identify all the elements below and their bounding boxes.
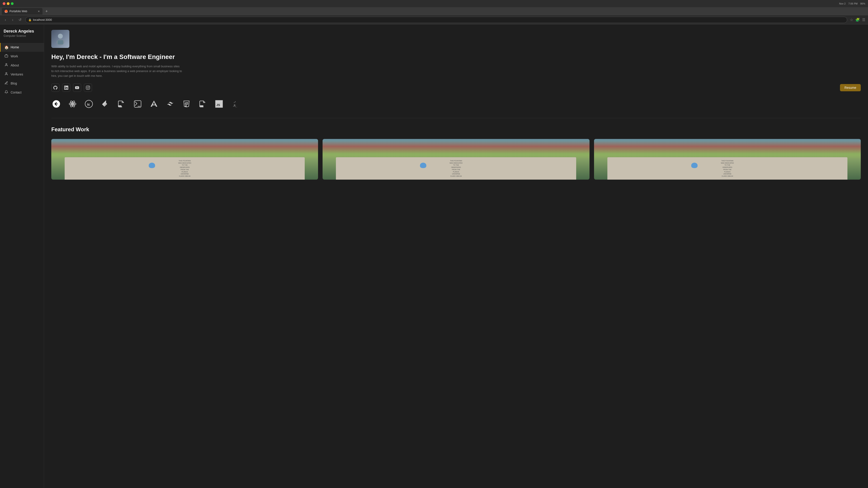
address-bar: ‹ › ↺ 🔒 localhost:3000 ☆ 🧩 ☰ [0,15,868,24]
time-display: 7:06 PM [848,2,858,5]
app-container: Dereck Angeles Computer Science 🏠 Home W… [0,24,868,488]
svg-rect-5 [58,40,63,44]
minimize-button[interactable] [7,2,9,5]
browser-tab[interactable]: 🦊 Portafolio Web ✕ [2,8,42,15]
svg-point-2 [6,72,7,74]
sidebar-subtitle: Computer Science [4,34,40,37]
svg-rect-0 [5,55,8,57]
system-status: Nov 2 7:06 PM 86% [839,2,865,5]
youtube-icon [75,86,79,90]
fountain-text-3: THIS FOUNTAINWAS DEDICATEDTO THEOBSERVER… [721,160,734,177]
sidebar-item-ventures[interactable]: Ventures [0,70,44,79]
date-display: Nov 2 [839,2,846,5]
address-input[interactable]: 🔒 localhost:3000 [25,17,847,23]
extensions-icon[interactable]: 🧩 [855,18,860,22]
project-grid: THIS FOUNTAINWAS DEDICATEDTO THEOBSERVER… [51,139,861,180]
svg-point-7 [72,103,73,105]
sidebar-item-work[interactable]: Work [0,52,44,61]
traffic-lights [3,2,13,5]
javascript-icon: JS [214,99,224,109]
avatar [51,30,69,48]
project-thumb-3: THIS FOUNTAINWAS DEDICATEDTO THEOBSERVER… [594,139,861,180]
sidebar-home-label: Home [11,45,19,49]
hero-actions-row: Resume [51,84,861,92]
resume-button[interactable]: Resume [840,84,861,91]
close-button[interactable] [3,2,5,5]
sidebar-item-home[interactable]: 🏠 Home [0,43,44,52]
tab-favicon: 🦊 [4,10,8,13]
sidebar: Dereck Angeles Computer Science 🏠 Home W… [0,24,44,488]
toolbar-buttons: ☆ 🧩 ☰ [850,18,865,22]
battery-display: 86% [860,2,865,5]
about-icon [4,63,8,68]
sidebar-nav: 🏠 Home Work About [0,43,44,97]
avatar-image [51,30,69,48]
featured-work-title: Featured Work [51,126,861,133]
svg-text:N: N [87,103,90,106]
bookmark-icon[interactable]: ☆ [850,18,853,22]
hero-description: With ability to build web and mobil apli… [51,64,182,78]
project-card-3[interactable]: THIS FOUNTAINWAS DEDICATEDTO THEOBSERVER… [594,139,861,180]
home-icon: 🏠 [4,45,8,50]
sidebar-item-contact[interactable]: Contact [0,88,44,97]
java-icon [230,99,240,109]
hero-heading: Hey, I'm Dereck - I'm a Software Enginee… [51,53,861,61]
sidebar-name: Dereck Angeles [4,29,40,34]
reload-button[interactable]: ↺ [17,17,23,23]
sidebar-blog-label: Blog [11,82,17,85]
sidebar-ventures-label: Ventures [11,72,23,76]
social-links [51,84,92,92]
svg-text:CSS: CSS [200,105,203,107]
main-content: Hey, I'm Dereck - I'm a Software Enginee… [44,24,868,488]
maximize-button[interactable] [11,2,13,5]
bash-icon [133,99,143,109]
security-icon: 🔒 [28,18,32,22]
ventures-icon [4,72,8,76]
sql-icon: SQL [116,99,126,109]
svg-text:SQL: SQL [119,105,122,107]
fountain-base-1: THIS FOUNTAINWAS DEDICATEDTO THEOBSERVER… [65,157,305,180]
pig-figure-3 [691,163,698,168]
tab-close-button[interactable]: ✕ [38,10,40,13]
project-card-2[interactable]: THIS FOUNTAINWAS DEDICATEDTO THEOBSERVER… [322,139,589,180]
project-card-1[interactable]: THIS FOUNTAINWAS DEDICATEDTO THEOBSERVER… [51,139,318,180]
tab-label: Portafolio Web [9,10,27,13]
url-display: localhost:3000 [33,18,52,22]
instagram-link[interactable] [84,84,92,92]
github-link[interactable] [51,84,59,92]
instagram-icon [86,86,90,90]
new-tab-button[interactable]: + [43,8,50,14]
blog-icon [4,81,8,86]
tab-bar: 🦊 Portafolio Web ✕ + [0,7,868,15]
forward-button[interactable]: › [10,17,16,23]
tailwind-icon [165,99,175,109]
arch-icon [149,99,159,109]
sidebar-item-blog[interactable]: Blog [0,79,44,88]
svg-text:5: 5 [186,105,186,107]
contact-icon [4,90,8,95]
svg-point-3 [58,34,63,39]
menu-icon[interactable]: ☰ [862,18,865,22]
svg-point-1 [6,64,7,65]
project-scene-1: THIS FOUNTAINWAS DEDICATEDTO THEOBSERVER… [51,139,318,180]
hero-section: Hey, I'm Dereck - I'm a Software Enginee… [51,30,861,118]
svg-text:JS: JS [216,103,220,107]
sidebar-work-label: Work [11,55,18,58]
flutter-icon [100,99,110,109]
sidebar-item-about[interactable]: About [0,61,44,70]
project-scene-2: THIS FOUNTAINWAS DEDICATEDTO THEOBSERVER… [322,139,589,180]
fountain-text-1: THIS FOUNTAINWAS DEDICATEDTO THEOBSERVER… [178,160,191,177]
flowers-decoration-2 [322,141,589,159]
nextjs-icon [51,99,61,109]
react-icon [68,99,78,109]
featured-work-section: Featured Work THIS FOUNTAINWAS DEDICATED… [51,118,861,180]
sidebar-profile: Dereck Angeles Computer Science [0,29,44,43]
project-thumb-2: THIS FOUNTAINWAS DEDICATEDTO THEOBSERVER… [322,139,589,180]
back-button[interactable]: ‹ [3,17,8,23]
sidebar-about-label: About [11,64,19,67]
project-thumb-1: THIS FOUNTAINWAS DEDICATEDTO THEOBSERVER… [51,139,318,180]
linkedin-link[interactable] [62,84,70,92]
css3-icon: CSS [198,99,208,109]
youtube-link[interactable] [73,84,81,92]
pig-figure-2 [420,163,426,168]
